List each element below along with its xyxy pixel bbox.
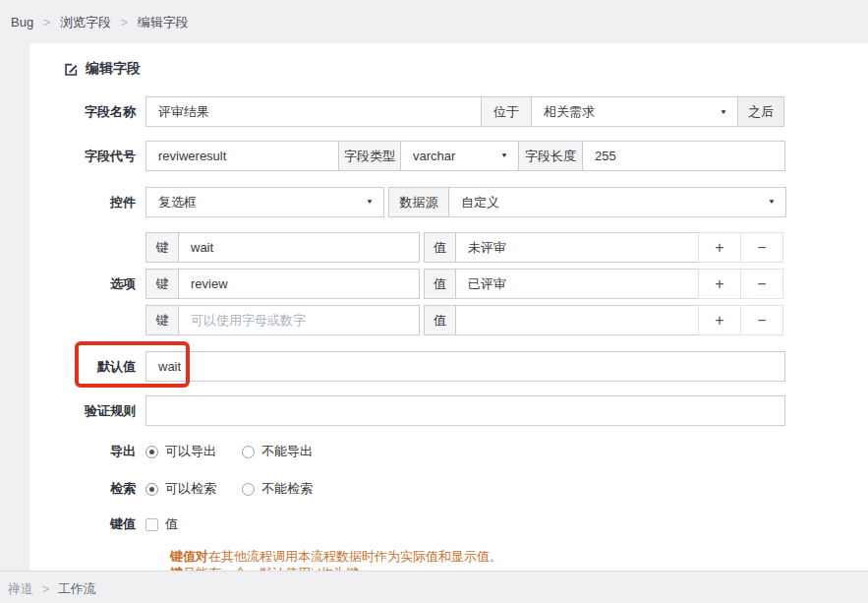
- breadcrumb-item-edit-field[interactable]: 编辑字段: [138, 15, 189, 30]
- field-code-row: 字段代号 字段类型 varchar ▼ 字段长度: [64, 141, 868, 171]
- export-no-label: 不能导出: [261, 443, 313, 460]
- option-key-input[interactable]: [178, 232, 420, 263]
- breadcrumb-item-bug[interactable]: Bug: [11, 15, 33, 30]
- caret-down-icon: ▼: [768, 199, 776, 206]
- key-addon: 键: [145, 269, 179, 299]
- export-yes-label: 可以导出: [165, 443, 216, 460]
- option-value-input[interactable]: [455, 269, 699, 299]
- breadcrumb-separator: >: [43, 15, 51, 30]
- keyvalue-row: 键值 值: [64, 515, 868, 533]
- field-type-select[interactable]: varchar ▼: [400, 141, 519, 171]
- field-code-input[interactable]: [145, 141, 339, 171]
- search-no-option[interactable]: 不能检索: [242, 480, 313, 498]
- export-no-option[interactable]: 不能导出: [242, 443, 313, 460]
- option-key-input[interactable]: [178, 305, 420, 335]
- default-value-label: 默认值: [64, 358, 136, 376]
- radio-unchecked-icon[interactable]: [242, 483, 255, 496]
- breadcrumb: Bug > 浏览字段 > 编辑字段: [0, 0, 868, 43]
- field-code-label: 字段代号: [64, 148, 136, 165]
- edit-icon: [64, 62, 79, 77]
- control-label: 控件: [64, 194, 136, 211]
- add-option-button[interactable]: +: [698, 305, 741, 335]
- breadcrumb-separator: >: [121, 15, 129, 30]
- caret-down-icon: ▼: [500, 152, 508, 159]
- panel-title-text: 编辑字段: [86, 60, 141, 78]
- position-select[interactable]: 相关需求 ▼: [531, 96, 738, 127]
- field-length-input[interactable]: [582, 141, 785, 171]
- radio-checked-icon[interactable]: [145, 483, 158, 496]
- options-label: 选项: [64, 275, 136, 293]
- default-value-input[interactable]: [145, 351, 785, 382]
- datasource-addon: 数据源: [388, 187, 449, 217]
- position-select-value: 相关需求: [544, 103, 595, 121]
- field-name-row: 字段名称 位于 相关需求 ▼ 之后: [64, 96, 868, 127]
- hint-line: 键值对在其他流程调用本流程数据时作为实际值和显示值。: [170, 549, 868, 564]
- breadcrumb-item-browse-fields[interactable]: 浏览字段: [60, 15, 111, 30]
- footer-item-workflow[interactable]: 工作流: [58, 581, 96, 596]
- value-addon: 值: [424, 269, 456, 299]
- search-row: 检索 可以检索 不能检索: [64, 480, 868, 498]
- keyvalue-label: 键值: [64, 515, 136, 533]
- search-no-label: 不能检索: [261, 480, 313, 498]
- remove-option-button[interactable]: −: [740, 269, 783, 299]
- position-addon: 位于: [481, 96, 532, 127]
- footer-separator: >: [42, 581, 50, 596]
- field-name-input[interactable]: [145, 96, 482, 127]
- field-length-addon: 字段长度: [518, 141, 583, 171]
- key-addon: 键: [145, 232, 179, 263]
- field-type-select-value: varchar: [413, 149, 455, 163]
- caret-down-icon: ▼: [720, 108, 727, 115]
- radio-unchecked-icon[interactable]: [242, 446, 255, 458]
- option-row: 键 值 + −: [64, 232, 868, 263]
- keyvalue-option[interactable]: 值: [145, 515, 178, 533]
- validation-rule-input[interactable]: [145, 395, 785, 426]
- edit-field-panel: 编辑字段 字段名称 位于 相关需求 ▼ 之后 字段代号 字段类型 varchar…: [29, 43, 868, 571]
- add-option-button[interactable]: +: [698, 232, 741, 263]
- field-type-addon: 字段类型: [338, 141, 401, 171]
- keyvalue-checkbox-label: 值: [165, 515, 178, 533]
- default-value-row: 默认值: [64, 351, 868, 382]
- panel-title: 编辑字段: [29, 43, 868, 78]
- caret-down-icon: ▼: [366, 199, 374, 206]
- edit-field-form: 字段名称 位于 相关需求 ▼ 之后 字段代号 字段类型 varchar ▼ 字段…: [29, 78, 868, 580]
- option-row: 键 值 + −: [64, 305, 868, 335]
- footer-item-zentao[interactable]: 禅道: [8, 581, 33, 596]
- export-row: 导出 可以导出 不能导出: [64, 443, 868, 460]
- option-value-input[interactable]: [455, 305, 699, 335]
- validation-rule-label: 验证规则: [64, 402, 136, 420]
- option-value-input[interactable]: [455, 232, 699, 263]
- search-label: 检索: [64, 480, 136, 498]
- option-key-input[interactable]: [178, 269, 420, 299]
- remove-option-button[interactable]: −: [740, 305, 783, 335]
- key-addon: 键: [145, 305, 179, 335]
- value-addon: 值: [424, 305, 456, 335]
- export-label: 导出: [64, 443, 136, 460]
- add-option-button[interactable]: +: [698, 269, 741, 299]
- option-row: 选项 键 值 + −: [64, 269, 868, 299]
- control-select-value: 复选框: [158, 194, 197, 211]
- datasource-select[interactable]: 自定义 ▼: [448, 187, 786, 217]
- after-button[interactable]: 之后: [737, 96, 784, 127]
- field-name-label: 字段名称: [64, 103, 136, 121]
- control-row: 控件 复选框 ▼ 数据源 自定义 ▼: [64, 187, 868, 217]
- control-select[interactable]: 复选框 ▼: [145, 187, 384, 217]
- radio-checked-icon[interactable]: [145, 446, 158, 458]
- value-addon: 值: [424, 232, 456, 263]
- datasource-select-value: 自定义: [461, 194, 499, 211]
- footer-breadcrumb: 禅道 > 工作流: [0, 571, 868, 603]
- validation-rule-row: 验证规则: [64, 395, 868, 426]
- search-yes-option[interactable]: 可以检索: [145, 480, 216, 498]
- export-yes-option[interactable]: 可以导出: [145, 443, 216, 460]
- search-yes-label: 可以检索: [165, 480, 216, 498]
- checkbox-unchecked-icon[interactable]: [145, 518, 158, 531]
- remove-option-button[interactable]: −: [740, 232, 783, 263]
